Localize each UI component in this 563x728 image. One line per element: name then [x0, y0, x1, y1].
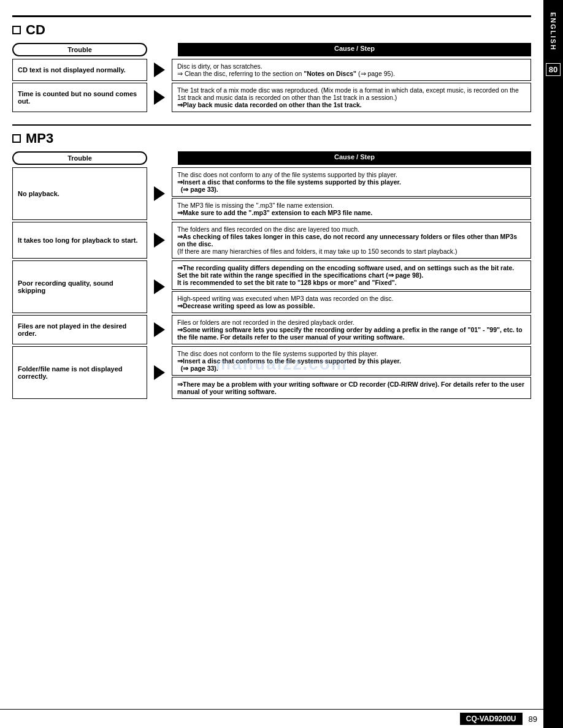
- sidebar-language: ENGLISH: [550, 12, 557, 51]
- arrow-icon: [154, 322, 165, 337]
- cd-row-2: Time is counted but no sound comes out. …: [12, 83, 531, 112]
- arrow-icon: [154, 63, 165, 77]
- cd-title: CD: [26, 22, 45, 38]
- mp3-trouble-too-long: It takes too long for playback to start.: [12, 222, 147, 259]
- mp3-checkbox: [12, 134, 21, 143]
- cd-cause-1: Disc is dirty, or has scratches. ⇒ Clean…: [172, 59, 531, 81]
- cd-arrow-1: [147, 59, 172, 81]
- mp3-cause-no-playback-1: The disc does not conform to any of the …: [172, 167, 531, 197]
- mp3-trouble-file-order: Files are not played in the desired orde…: [12, 315, 147, 344]
- mp3-causes-folder-name: The disc does not conform to the file sy…: [172, 346, 531, 399]
- cd-arrow-2: [147, 83, 172, 112]
- arrow-icon: [154, 186, 165, 201]
- mp3-title: MP3: [26, 131, 53, 146]
- mp3-table-header: Trouble Cause / Step: [12, 151, 531, 165]
- mp3-trouble-no-playback: No playback.: [12, 167, 147, 220]
- mp3-row-too-long: It takes too long for playback to start.…: [12, 222, 531, 259]
- mp3-causes-file-order: Files or folders are not recorded in the…: [172, 315, 531, 344]
- cd-cause-2: The 1st track of a mix mode disc was rep…: [172, 83, 531, 112]
- mp3-cause-file-order-1: Files or folders are not recorded in the…: [172, 315, 531, 344]
- cd-header-trouble: Trouble: [12, 43, 147, 56]
- mp3-arrow-poor-quality: [147, 279, 172, 294]
- top-divider: [12, 15, 531, 17]
- mp3-header-trouble: Trouble: [12, 151, 147, 165]
- cd-checkbox: [12, 26, 21, 34]
- model-name: CQ-VAD9200U: [460, 713, 523, 725]
- cd-trouble-2: Time is counted but no sound comes out.: [12, 83, 147, 112]
- mp3-row-file-order: Files are not played in the desired orde…: [12, 315, 531, 344]
- mp3-trouble-poor-quality: Poor recording quality, sound skipping: [12, 260, 147, 313]
- bottom-bar: CQ-VAD9200U 89: [0, 709, 543, 728]
- mp3-causes-poor-quality: ⇒The recording quality differs depending…: [172, 260, 531, 313]
- mp3-arrow-folder-name: [147, 365, 172, 380]
- cd-header-cause: Cause / Step: [178, 43, 531, 56]
- mp3-cause-no-playback-2: The MP3 file is missing the ".mp3" file …: [172, 198, 531, 220]
- arrow-icon: [154, 233, 165, 248]
- mp3-trouble-folder-name: Folder/file name is not displayed correc…: [12, 346, 147, 399]
- page-number: 89: [529, 715, 537, 724]
- arrow-icon: [154, 90, 165, 105]
- mp3-arrow-file-order: [147, 322, 172, 337]
- mp3-cause-folder-name-2: ⇒There may be a problem with your writin…: [172, 377, 531, 399]
- mp3-row-poor-quality: Poor recording quality, sound skipping ⇒…: [12, 260, 531, 313]
- mp3-row-no-playback: No playback. The disc does not conform t…: [12, 167, 531, 220]
- mp3-arrow-no-playback: [147, 186, 172, 201]
- arrow-icon: [154, 365, 165, 380]
- mp3-row-folder-name: Folder/file name is not displayed correc…: [12, 346, 531, 399]
- mp3-cause-folder-name-1: The disc does not conform to the file sy…: [172, 346, 531, 376]
- mp3-cause-too-long-1: The folders and files recorded on the di…: [172, 222, 531, 259]
- arrow-icon: [154, 279, 165, 294]
- cd-row-1: CD text is not displayed normally. Disc …: [12, 59, 531, 81]
- right-sidebar: ENGLISH 80: [543, 0, 563, 728]
- mp3-arrow-too-long: [147, 233, 172, 248]
- mp3-causes-no-playback: The disc does not conform to any of the …: [172, 167, 531, 220]
- section-divider: [12, 124, 531, 126]
- cd-section-header: CD: [12, 22, 531, 38]
- cd-table-header: Trouble Cause / Step: [12, 43, 531, 56]
- mp3-causes-too-long: The folders and files recorded on the di…: [172, 222, 531, 259]
- mp3-header-cause: Cause / Step: [178, 151, 531, 165]
- main-content: CD Trouble Cause / Step CD text is not d…: [0, 6, 543, 413]
- sidebar-page-box: 80: [546, 63, 561, 76]
- mp3-section-header: MP3: [12, 131, 531, 146]
- cd-trouble-1: CD text is not displayed normally.: [12, 59, 147, 81]
- mp3-cause-poor-quality-2: High-speed writing was executed when MP3…: [172, 291, 531, 313]
- mp3-cause-poor-quality-1: ⇒The recording quality differs depending…: [172, 260, 531, 290]
